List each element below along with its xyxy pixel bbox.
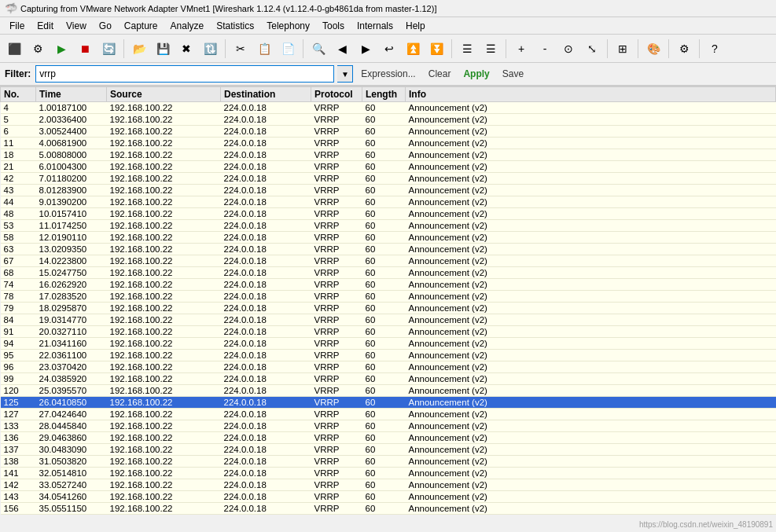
menu-item-view[interactable]: View [60,19,93,33]
open-icon[interactable]: 📂 [128,38,150,60]
apply-button[interactable]: Apply [458,67,494,81]
cap-filter-icon[interactable]: ☰ [456,38,478,60]
help-icon[interactable]: ? [704,38,726,60]
menu-item-edit[interactable]: Edit [31,19,60,33]
close-icon[interactable]: ✖ [175,38,197,60]
table-row[interactable]: 14334.0541260192.168.100.22224.0.0.18VRR… [1,491,776,503]
col-header-time[interactable]: Time [36,87,107,102]
table-row[interactable]: 185.00808000192.168.100.22224.0.0.18VRRP… [1,149,776,161]
table-row[interactable]: 52.00336400192.168.100.22224.0.0.18VRRP6… [1,114,776,126]
col-header-destination[interactable]: Destination [221,87,311,102]
table-row[interactable]: 8419.0314770192.168.100.22224.0.0.18VRRP… [1,314,776,326]
menu-item-telephony[interactable]: Telephony [260,19,316,33]
table-row[interactable]: 7817.0283520192.168.100.22224.0.0.18VRRP… [1,291,776,303]
table-row[interactable]: 449.01390200192.168.100.22224.0.0.18VRRP… [1,196,776,208]
table-row[interactable]: 63.00524400192.168.100.22224.0.0.18VRRP6… [1,126,776,138]
col-header-protocol[interactable]: Protocol [311,87,362,102]
table-row[interactable]: 438.01283900192.168.100.22224.0.0.18VRRP… [1,185,776,196]
menu-item-analyze[interactable]: Analyze [164,19,211,33]
cell-dest: 224.0.0.18 [221,267,311,279]
table-row[interactable]: 7416.0262920192.168.100.22224.0.0.18VRRP… [1,279,776,291]
cell-source: 192.168.100.22 [107,208,221,220]
forward-icon[interactable]: ▶ [355,38,377,60]
table-row[interactable]: 13328.0445840192.168.100.22224.0.0.18VRR… [1,420,776,432]
expand-icon[interactable]: ⊞ [612,38,634,60]
menu-item-tools[interactable]: Tools [316,19,351,33]
interfaces-icon[interactable]: ⬛ [3,38,25,60]
save-icon[interactable]: 💾 [152,38,174,60]
table-row[interactable]: 6714.0223800192.168.100.22224.0.0.18VRRP… [1,255,776,267]
table-row[interactable]: 427.01180200192.168.100.22224.0.0.18VRRP… [1,173,776,185]
coloring-icon[interactable]: 🎨 [642,38,664,60]
goto-icon[interactable]: ↩ [378,38,400,60]
table-row[interactable]: 12025.0395570192.168.100.22224.0.0.18VRR… [1,385,776,397]
table-row[interactable]: 4810.0157410192.168.100.22224.0.0.18VRRP… [1,208,776,220]
table-row[interactable]: 12526.0410850192.168.100.22224.0.0.18VRR… [1,397,776,409]
first-icon[interactable]: ⏫ [402,38,424,60]
cell-no: 137 [1,444,36,456]
col-header-length[interactable]: Length [362,87,406,102]
table-row[interactable]: 14233.0527240192.168.100.22224.0.0.18VRR… [1,479,776,491]
table-row[interactable]: 13730.0483090192.168.100.22224.0.0.18VRR… [1,444,776,456]
menu-item-internals[interactable]: Internals [351,19,399,33]
table-row[interactable]: 15635.0551150192.168.100.22224.0.0.18VRR… [1,503,776,515]
zoom-out-icon[interactable]: - [534,38,556,60]
resize-icon[interactable]: ⤡ [581,38,603,60]
menu-item-file[interactable]: File [3,19,31,33]
cell-info: Announcement (v2) [406,373,776,385]
table-row[interactable]: 13629.0463860192.168.100.22224.0.0.18VRR… [1,432,776,444]
table-row[interactable]: 9522.0361100192.168.100.22224.0.0.18VRRP… [1,350,776,361]
cell-source: 192.168.100.22 [107,279,221,291]
table-row[interactable]: 9623.0370420192.168.100.22224.0.0.18VRRP… [1,361,776,373]
menu-item-help[interactable]: Help [399,19,432,33]
filter-input[interactable] [35,65,334,83]
cut-icon[interactable]: ✂ [230,38,252,60]
col-header-source[interactable]: Source [107,87,221,102]
cell-no: 6 [1,126,36,138]
col-header-no[interactable]: No. [1,87,36,102]
find-icon[interactable]: 🔍 [307,38,329,60]
table-row[interactable]: 6815.0247750192.168.100.22224.0.0.18VRRP… [1,267,776,279]
copy-icon[interactable]: 📋 [253,38,275,60]
filter-dropdown[interactable]: ▼ [337,65,353,83]
cell-proto: VRRP [311,232,362,244]
table-row[interactable]: 13831.0503820192.168.100.22224.0.0.18VRR… [1,456,776,468]
col-header-info[interactable]: Info [406,87,776,102]
last-icon[interactable]: ⏬ [425,38,447,60]
title-text: Capturing from VMware Network Adapter VM… [20,4,436,13]
table-row[interactable]: 7918.0295870192.168.100.22224.0.0.18VRRP… [1,303,776,314]
start-icon[interactable]: ▶ [50,38,72,60]
prefs-icon[interactable]: ⚙ [673,38,695,60]
save-button[interactable]: Save [498,67,528,81]
table-row[interactable]: 216.01004300192.168.100.22224.0.0.18VRRP… [1,161,776,173]
table-row[interactable]: 12727.0424640192.168.100.22224.0.0.18VRR… [1,409,776,420]
back-icon[interactable]: ◀ [331,38,353,60]
cell-dest: 224.0.0.18 [221,208,311,220]
table-row[interactable]: 9421.0341160192.168.100.22224.0.0.18VRRP… [1,338,776,350]
menu-item-statistics[interactable]: Statistics [210,19,260,33]
menu-item-go[interactable]: Go [93,19,118,33]
table-row[interactable]: 9924.0385920192.168.100.22224.0.0.18VRRP… [1,373,776,385]
menu-item-capture[interactable]: Capture [118,19,164,33]
cell-no: 99 [1,373,36,385]
reload-icon[interactable]: 🔃 [199,38,221,60]
table-row[interactable]: 41.00187100192.168.100.22224.0.0.18VRRP6… [1,102,776,114]
stop-icon[interactable]: ⏹ [74,38,96,60]
cell-source: 192.168.100.22 [107,350,221,361]
table-row[interactable]: 5311.0174250192.168.100.22224.0.0.18VRRP… [1,220,776,232]
table-row[interactable]: 6313.0209350192.168.100.22224.0.0.18VRRP… [1,244,776,255]
expression-button[interactable]: Expression... [356,67,420,81]
disp-filter-icon[interactable]: ☰ [480,38,502,60]
zoom-in-icon[interactable]: + [510,38,532,60]
table-row[interactable]: 5812.0190110192.168.100.22224.0.0.18VRRP… [1,232,776,244]
cell-time: 24.0385920 [36,373,107,385]
table-row[interactable]: 14132.0514810192.168.100.22224.0.0.18VRR… [1,468,776,479]
paste-icon[interactable]: 📄 [277,38,299,60]
table-row[interactable]: 9120.0327110192.168.100.22224.0.0.18VRRP… [1,326,776,338]
table-row[interactable]: 114.00681900192.168.100.22224.0.0.18VRRP… [1,138,776,149]
clear-button[interactable]: Clear [424,67,456,81]
restart-icon[interactable]: 🔄 [97,38,120,60]
packet-list[interactable]: No. Time Source Destination Protocol Len… [0,86,776,532]
options-icon[interactable]: ⚙ [27,38,49,60]
zoom-norm-icon[interactable]: ⊙ [557,38,579,60]
